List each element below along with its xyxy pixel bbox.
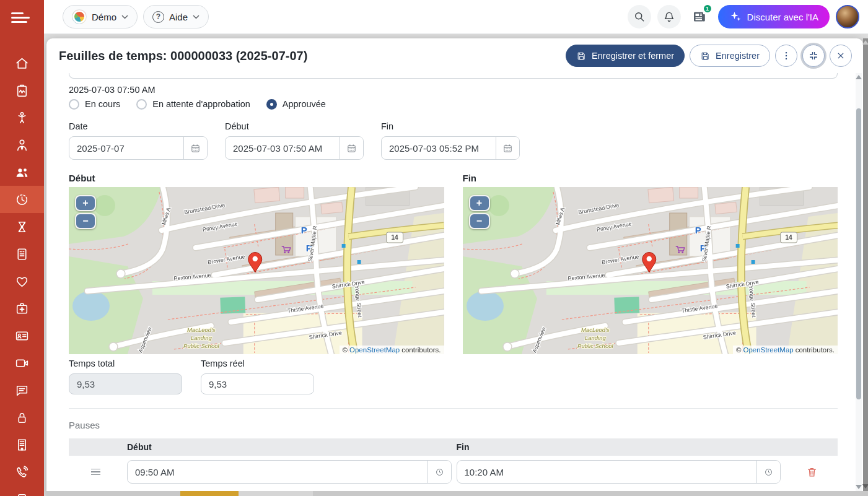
zoom-in-button[interactable]: + (469, 195, 490, 211)
pause-end-input[interactable] (457, 461, 757, 483)
notification-badge: 1 (703, 4, 712, 14)
map-zoom-controls: + − (75, 195, 96, 229)
map-zoom-controls: + − (469, 195, 490, 229)
pause-row (69, 456, 838, 487)
sidebar-item-id-cards[interactable] (0, 322, 44, 349)
sidebar (0, 0, 44, 496)
collapse-button[interactable] (802, 45, 825, 67)
help-icon: ? (152, 11, 164, 23)
sidebar-item-hourglass[interactable] (0, 213, 44, 240)
avatar[interactable] (836, 5, 859, 28)
scrollbar-thumb[interactable] (856, 108, 861, 399)
pause-end-time-button[interactable] (756, 461, 780, 483)
sidebar-nav (0, 50, 44, 496)
start-map[interactable]: P P 14 Miles A Silver Maple R Brumstead … (69, 187, 444, 354)
zoom-in-button[interactable]: + (75, 195, 96, 211)
status-radio-2[interactable]: Approuvée (266, 99, 326, 110)
status-radio-1[interactable]: En attente d'approbation (136, 99, 250, 110)
scroll-up-icon[interactable] (862, 40, 868, 45)
status-radio-0[interactable]: En cours (69, 99, 120, 110)
horizontal-scrollbar[interactable] (46, 491, 868, 496)
help-menu[interactable]: ? Aide (143, 5, 209, 28)
total-time-input (69, 373, 182, 394)
chat-ai-button[interactable]: Discuter avec l'IA (718, 5, 830, 28)
kebab-menu-icon (781, 50, 792, 61)
end-input[interactable] (382, 137, 496, 159)
drag-handle[interactable] (69, 469, 122, 476)
datetime-fields: Date Début Fin (69, 121, 838, 160)
chat-ai-label: Discuter avec l'IA (747, 12, 818, 22)
person-arms-up-icon (14, 110, 30, 126)
pause-start-input[interactable] (128, 461, 427, 483)
route-badge: 14 (392, 234, 399, 241)
sidebar-item-reports[interactable] (0, 77, 44, 104)
save-button[interactable]: Enregistrer (690, 45, 770, 67)
end-map-column: Fin + − © OpenStreetMap contributors. (463, 172, 838, 354)
sidebar-item-video[interactable] (0, 349, 44, 376)
help-label: Aide (169, 12, 188, 22)
chevron-down-icon (121, 15, 128, 19)
home-icon (14, 56, 30, 71)
end-map[interactable]: + − © OpenStreetMap contributors. (463, 187, 838, 354)
start-field-group: Début (225, 121, 364, 160)
sidebar-item-home[interactable] (0, 50, 44, 77)
gold-segment[interactable] (180, 491, 239, 496)
real-time-input[interactable] (201, 373, 314, 394)
search-button[interactable] (628, 5, 651, 28)
more-options-button[interactable] (775, 45, 797, 67)
created-timestamp: 2025-07-03 07:50 AM (69, 84, 838, 96)
chat-icon (14, 383, 30, 398)
date-picker-button[interactable] (183, 137, 207, 159)
sidebar-item-invoices[interactable] (0, 240, 44, 268)
workspace-switcher[interactable]: Démo (63, 5, 138, 28)
clock-icon (763, 467, 774, 477)
calendar-icon (190, 143, 201, 154)
notifications-button[interactable] (657, 5, 681, 28)
close-icon (835, 50, 846, 61)
scroll-up-icon[interactable] (856, 75, 862, 79)
cropped-field-edge (69, 73, 838, 79)
sidebar-item-activities[interactable] (0, 104, 44, 131)
menu-icon[interactable] (0, 0, 44, 35)
map-attribution: © OpenStreetMap contributors. (733, 346, 838, 354)
start-map-column: Début (69, 172, 444, 354)
start-picker-button[interactable] (340, 137, 363, 159)
sidebar-item-health[interactable] (0, 268, 44, 295)
date-input[interactable] (69, 137, 183, 159)
pause-start-time-button[interactable] (427, 461, 451, 483)
app-logo (72, 9, 87, 24)
users-icon (14, 165, 30, 180)
school-label: Public School (183, 342, 219, 349)
sidebar-item-timesheets[interactable] (0, 186, 44, 213)
osm-link[interactable]: OpenStreetMap (743, 346, 794, 354)
page-scrollbar[interactable] (863, 38, 868, 496)
end-picker-button[interactable] (496, 137, 519, 159)
sidebar-item-company[interactable] (0, 431, 44, 458)
modal-scrollbar[interactable] (856, 73, 862, 491)
sidebar-item-messages[interactable] (0, 376, 44, 404)
user-tie-icon (14, 137, 30, 153)
modal-actions: Enregistrer et fermer Enregistrer (566, 45, 852, 67)
sidebar-item-calls[interactable] (0, 458, 44, 485)
start-input[interactable] (226, 137, 340, 159)
sidebar-item-devices[interactable] (0, 485, 44, 496)
osm-link[interactable]: OpenStreetMap (349, 346, 400, 354)
sidebar-item-teams[interactable] (0, 159, 44, 186)
scroll-down-icon[interactable] (862, 484, 868, 489)
start-label: Début (225, 121, 364, 132)
sidebar-item-first-aid[interactable] (0, 295, 44, 322)
zoom-out-button[interactable]: − (469, 213, 490, 229)
scroll-down-icon[interactable] (856, 485, 862, 489)
phone-icon (14, 464, 30, 480)
topbar: Démo ? Aide 1 Discuter avec l'IA (44, 0, 868, 34)
real-time-group: Temps réel (201, 358, 314, 394)
delete-pause-button[interactable] (786, 466, 838, 478)
zoom-out-button[interactable]: − (75, 213, 96, 229)
save-and-close-button[interactable]: Enregistrer et fermer (566, 45, 685, 67)
close-button[interactable] (830, 45, 852, 67)
trash-icon (806, 466, 818, 478)
news-button[interactable]: 1 (687, 4, 712, 29)
hourglass-icon (14, 219, 30, 235)
sidebar-item-employees[interactable] (0, 131, 44, 159)
sidebar-item-security[interactable] (0, 404, 44, 431)
